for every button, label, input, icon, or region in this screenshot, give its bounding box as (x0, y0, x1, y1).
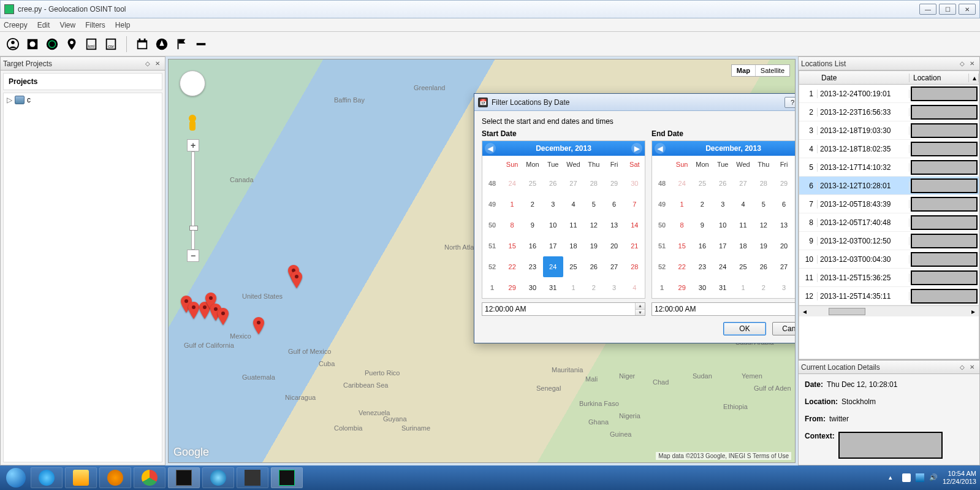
menu-view[interactable]: View (59, 21, 75, 29)
calendar-day[interactable]: 24 (543, 256, 563, 277)
map-view[interactable]: CanadaUnited StatesMexicoGulf of MexicoC… (168, 59, 796, 463)
calendar-day[interactable]: 11 (733, 215, 753, 235)
calendar-day[interactable]: 15 (502, 235, 522, 256)
tray-action-center-icon[interactable] (902, 473, 911, 482)
map-type-satellite[interactable]: Satellite (755, 65, 789, 76)
calendar-day[interactable]: 13 (604, 215, 624, 235)
calendar-day[interactable]: 31 (543, 277, 563, 298)
map-pan-control[interactable] (180, 71, 205, 96)
calendar-month-label[interactable]: December, 2013 (705, 144, 761, 153)
panel-undock-icon[interactable]: ◇ (143, 59, 153, 68)
calendar-day[interactable]: 26 (713, 173, 733, 194)
calendar-day[interactable]: 3 (604, 277, 624, 298)
calendar-day[interactable]: 16 (522, 235, 542, 256)
calendar-day[interactable]: 26 (583, 256, 604, 277)
project-item[interactable]: ▷ c (6, 96, 159, 104)
start-button[interactable] (4, 467, 28, 488)
calendar-day[interactable]: 1 (733, 277, 753, 298)
map-marker-icon[interactable] (218, 308, 229, 325)
taskbar-ie[interactable] (31, 467, 63, 488)
scroll-up-icon[interactable]: ▴ (969, 74, 979, 82)
calendar-day[interactable]: 28 (583, 173, 604, 194)
calendar-day[interactable]: 24 (713, 256, 733, 277)
calendar-day[interactable]: 4 (625, 277, 645, 298)
panel-close-icon[interactable]: ✕ (967, 363, 977, 372)
toolbar-pin-button[interactable] (64, 36, 80, 52)
menu-edit[interactable]: Edit (37, 21, 50, 29)
end-time-input[interactable]: ▲▼ (651, 302, 796, 316)
toolbar-export-csv-button[interactable]: csv (103, 36, 119, 52)
calendar-day[interactable]: 28 (753, 173, 773, 194)
calendar-day[interactable]: 18 (563, 235, 583, 256)
panel-close-icon[interactable]: ✕ (153, 59, 162, 68)
calendar-day[interactable]: 20 (773, 235, 794, 256)
calendar-next-button[interactable]: ▶ (631, 143, 642, 154)
toolbar-clear-button[interactable] (193, 36, 209, 52)
calendar-day[interactable]: 13 (773, 215, 794, 235)
calendar-day[interactable]: 7 (794, 194, 796, 215)
calendar-day[interactable]: 14 (794, 215, 796, 235)
calendar-day[interactable]: 19 (583, 235, 604, 256)
calendar-day[interactable]: 27 (604, 256, 624, 277)
calendar-day[interactable]: 29 (672, 277, 692, 298)
calendar-day[interactable]: 24 (672, 173, 692, 194)
calendar-day[interactable]: 6 (604, 194, 624, 215)
calendar-day[interactable]: 5 (753, 194, 773, 215)
start-calendar[interactable]: ◀ December, 2013 ▶ SunMonTueWedThuFriSat… (482, 140, 645, 299)
table-row[interactable]: 92013-12-03T00:12:50 (799, 232, 979, 250)
calendar-day[interactable]: 17 (713, 235, 733, 256)
window-minimize-button[interactable]: — (919, 4, 936, 15)
table-row[interactable]: 42013-12-18T18:02:35 (799, 140, 979, 158)
calendar-day[interactable]: 30 (794, 173, 796, 194)
end-calendar[interactable]: ◀ December, 2013 ▶ SunMonTueWedThuFriSat… (651, 140, 796, 299)
zoom-thumb[interactable] (189, 226, 198, 231)
calendar-day[interactable]: 28 (625, 256, 645, 277)
calendar-day[interactable]: 30 (625, 173, 645, 194)
calendar-day[interactable]: 9 (522, 215, 542, 235)
calendar-day[interactable]: 10 (713, 215, 733, 235)
streetview-pegman-icon[interactable] (187, 115, 198, 132)
calendar-day[interactable]: 23 (522, 256, 542, 277)
calendar-day[interactable]: 20 (604, 235, 624, 256)
taskbar-clock[interactable]: 10:54 AM 12/24/2013 (943, 470, 976, 486)
calendar-day[interactable]: 3 (773, 277, 794, 298)
start-time-input[interactable]: ▲▼ (482, 302, 645, 316)
map-marker-icon[interactable] (188, 302, 199, 319)
calendar-day[interactable]: 23 (692, 256, 712, 277)
calendar-day[interactable]: 27 (563, 173, 583, 194)
calendar-month-label[interactable]: December, 2013 (536, 144, 591, 153)
end-time-field[interactable] (652, 303, 796, 315)
table-row[interactable]: 32013-12-18T19:03:30 (799, 121, 979, 140)
horizontal-scrollbar[interactable]: ◂ ▸ (799, 305, 979, 316)
calendar-day[interactable]: 3 (713, 194, 733, 215)
calendar-day[interactable]: 8 (672, 215, 692, 235)
calendar-day[interactable]: 2 (692, 194, 712, 215)
table-row[interactable]: 62013-12-12T10:28:01 (799, 177, 979, 195)
calendar-day[interactable]: 21 (625, 235, 645, 256)
dialog-help-button[interactable]: ? (784, 97, 796, 108)
calendar-day[interactable]: 9 (692, 215, 712, 235)
taskbar-cmd[interactable] (168, 467, 200, 488)
taskbar-creepy[interactable] (271, 467, 303, 488)
scrollbar-thumb[interactable] (829, 308, 865, 315)
projects-tree[interactable]: ▷ c (3, 93, 162, 462)
toolbar-date-filter-button[interactable] (134, 36, 150, 52)
calendar-prev-button[interactable]: ◀ (655, 143, 666, 154)
calendar-day[interactable]: 25 (563, 256, 583, 277)
calendar-day[interactable]: 8 (502, 215, 522, 235)
calendar-day[interactable]: 25 (692, 173, 712, 194)
calendar-day[interactable]: 5 (583, 194, 604, 215)
window-maximize-button[interactable]: ☐ (939, 4, 956, 15)
table-row[interactable]: 22013-12-23T16:56:33 (799, 103, 979, 121)
calendar-day[interactable]: 31 (713, 277, 733, 298)
table-row[interactable]: 52013-12-17T14:10:32 (799, 158, 979, 177)
tray-show-hidden-icon[interactable]: ▴ (889, 473, 897, 482)
calendar-day[interactable]: 27 (773, 256, 794, 277)
calendar-day[interactable]: 26 (753, 256, 773, 277)
calendar-day[interactable]: 29 (773, 173, 794, 194)
calendar-day[interactable]: 15 (672, 235, 692, 256)
calendar-day[interactable]: 3 (543, 194, 563, 215)
dialog-titlebar[interactable]: 📅 Filter Locations By Date ? ✕ (474, 94, 796, 111)
toolbar-person-button[interactable] (5, 36, 21, 52)
zoom-out-button[interactable]: − (187, 250, 199, 262)
